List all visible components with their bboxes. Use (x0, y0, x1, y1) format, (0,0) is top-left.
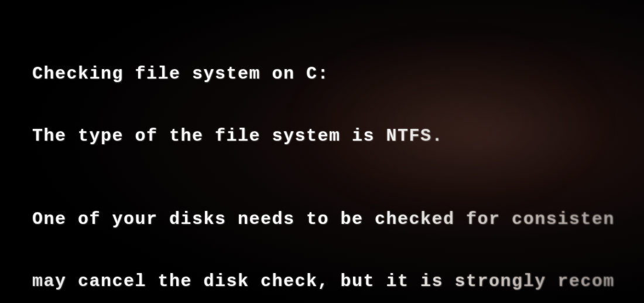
boot-console-output: Checking file system on C: The type of t… (32, 22, 644, 303)
console-line: Checking file system on C: (32, 64, 644, 84)
console-line: One of your disks needs to be checked fo… (32, 209, 644, 230)
console-line: The type of the file system is NTFS. (32, 126, 644, 147)
console-line: may cancel the disk check, but it is str… (32, 271, 644, 292)
